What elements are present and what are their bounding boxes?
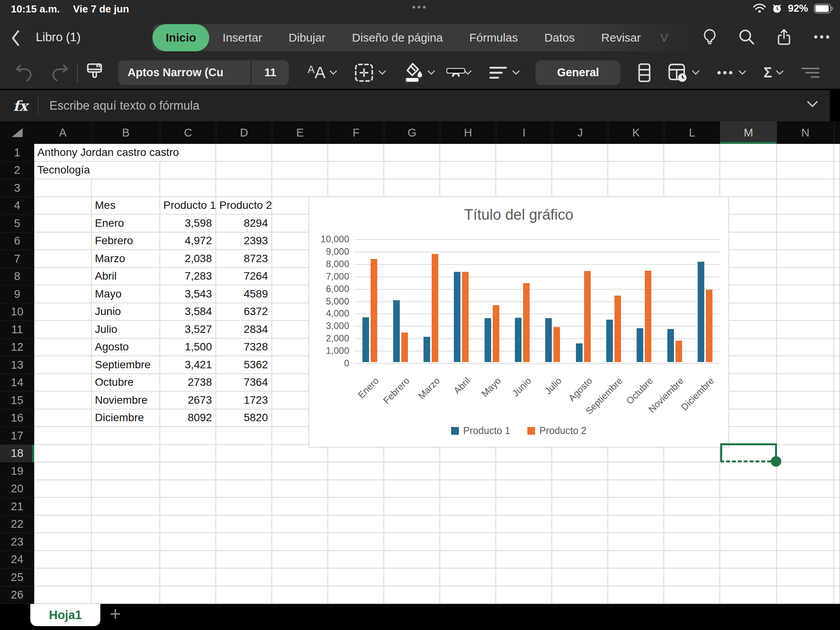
cell-C26[interactable] (160, 586, 216, 604)
cell-B23[interactable] (92, 533, 160, 551)
cell-C18[interactable] (160, 445, 216, 463)
cell-C20[interactable] (160, 480, 216, 498)
cell-J1[interactable] (552, 144, 608, 162)
cell-M22[interactable] (720, 516, 777, 534)
cell-A16[interactable] (34, 410, 92, 427)
add-sheet-button[interactable]: + (110, 602, 121, 625)
cell-B24[interactable] (92, 551, 160, 569)
cell-A26[interactable] (34, 586, 92, 604)
row-header-18[interactable]: 18 (0, 445, 34, 463)
row-header-25[interactable]: 25 (0, 569, 34, 586)
cell-H19[interactable] (440, 462, 496, 480)
row-header-24[interactable]: 24 (0, 551, 34, 569)
row-header-13[interactable]: 13 (0, 356, 34, 374)
cell-J20[interactable] (552, 480, 608, 498)
cell-L23[interactable] (664, 533, 720, 551)
cell-G26[interactable] (384, 586, 440, 604)
cell-C6[interactable]: 4,972 (160, 233, 216, 250)
cell-N13[interactable] (777, 356, 834, 374)
cell-J26[interactable] (552, 586, 608, 604)
row-header-1[interactable]: 1 (0, 144, 34, 162)
row-header-3[interactable]: 3 (0, 179, 34, 197)
cell-B13[interactable]: Septiembre (92, 356, 160, 374)
cell-N11[interactable] (777, 321, 834, 339)
cell-A18[interactable] (34, 445, 92, 463)
cell-A23[interactable] (34, 533, 92, 551)
cell-N10[interactable] (777, 303, 834, 321)
cell-I20[interactable] (496, 480, 552, 498)
row-header-14[interactable]: 14 (0, 374, 34, 392)
cell-B25[interactable] (92, 569, 160, 586)
cell-D1[interactable] (216, 144, 272, 162)
cell-D21[interactable] (216, 498, 272, 516)
cell-D12[interactable]: 7328 (216, 339, 272, 357)
row-header-23[interactable]: 23 (0, 533, 34, 551)
cell-C11[interactable]: 3,527 (160, 321, 216, 339)
cell-L20[interactable] (664, 480, 720, 498)
column-header-L[interactable]: L (664, 121, 720, 144)
cell-N18[interactable] (777, 445, 834, 463)
column-header-A[interactable]: A (34, 121, 92, 144)
cell-H25[interactable] (440, 569, 496, 586)
cell-J3[interactable] (552, 179, 608, 197)
cell-M19[interactable] (720, 462, 777, 480)
cell-M20[interactable] (720, 480, 777, 498)
cell-I1[interactable] (496, 144, 552, 162)
cell-D4[interactable]: Producto 2 (216, 197, 272, 215)
cell-H24[interactable] (440, 551, 496, 569)
cell-G2[interactable] (384, 162, 440, 180)
cell-A8[interactable] (34, 268, 92, 286)
cell-A20[interactable] (34, 480, 92, 498)
column-header-H[interactable]: H (440, 121, 496, 144)
cell-I19[interactable] (496, 462, 552, 480)
column-header-M[interactable]: M (720, 121, 777, 144)
cell-F22[interactable] (328, 516, 384, 534)
cell-A4[interactable] (34, 197, 92, 215)
row-header-11[interactable]: 11 (0, 321, 34, 339)
cell-A15[interactable] (34, 392, 92, 410)
cell-B3[interactable] (92, 179, 160, 197)
column-header-D[interactable]: D (216, 121, 272, 144)
cell-A9[interactable] (34, 285, 92, 303)
font-color-button[interactable]: A (452, 67, 460, 79)
cell-L22[interactable] (664, 516, 720, 534)
cell-K21[interactable] (608, 498, 664, 516)
row-header-26[interactable]: 26 (0, 586, 34, 604)
cell-D23[interactable] (216, 533, 272, 551)
font-size-selector[interactable]: 11 (252, 60, 289, 85)
cell-N15[interactable] (777, 392, 834, 410)
cell-G24[interactable] (384, 551, 440, 569)
cell-H2[interactable] (440, 162, 496, 180)
cell-N9[interactable] (777, 285, 834, 303)
cell-J22[interactable] (552, 516, 608, 534)
font-name-selector[interactable]: Aptos Narrow (Cu (118, 60, 250, 85)
cell-E20[interactable] (272, 480, 328, 498)
cell-F21[interactable] (328, 498, 384, 516)
cell-B21[interactable] (92, 498, 160, 516)
cell-L1[interactable] (664, 144, 720, 162)
cell-D24[interactable] (216, 551, 272, 569)
cell-B12[interactable]: Agosto (92, 339, 160, 357)
row-header-8[interactable]: 8 (0, 268, 34, 286)
formula-input[interactable]: Escribe aquí texto o fórmula (49, 99, 200, 113)
cell-L24[interactable] (664, 551, 720, 569)
cell-A17[interactable] (34, 427, 92, 445)
cell-E21[interactable] (272, 498, 328, 516)
cell-F2[interactable] (328, 162, 384, 180)
cell-N19[interactable] (777, 462, 834, 480)
back-button[interactable] (11, 30, 26, 47)
cell-A21[interactable] (34, 498, 92, 516)
cell-N6[interactable] (777, 233, 834, 250)
cell-K25[interactable] (608, 569, 664, 586)
cell-B15[interactable]: Noviembre (92, 392, 160, 410)
cell-N23[interactable] (777, 533, 834, 551)
row-header-22[interactable]: 22 (0, 516, 34, 534)
row-header-19[interactable]: 19 (0, 462, 34, 480)
row-header-15[interactable]: 15 (0, 392, 34, 410)
cell-L19[interactable] (664, 462, 720, 480)
cell-C21[interactable] (160, 498, 216, 516)
column-header-E[interactable]: E (272, 121, 328, 144)
cell-C15[interactable]: 2673 (160, 392, 216, 410)
cell-E2[interactable] (272, 162, 328, 180)
cell-I21[interactable] (496, 498, 552, 516)
